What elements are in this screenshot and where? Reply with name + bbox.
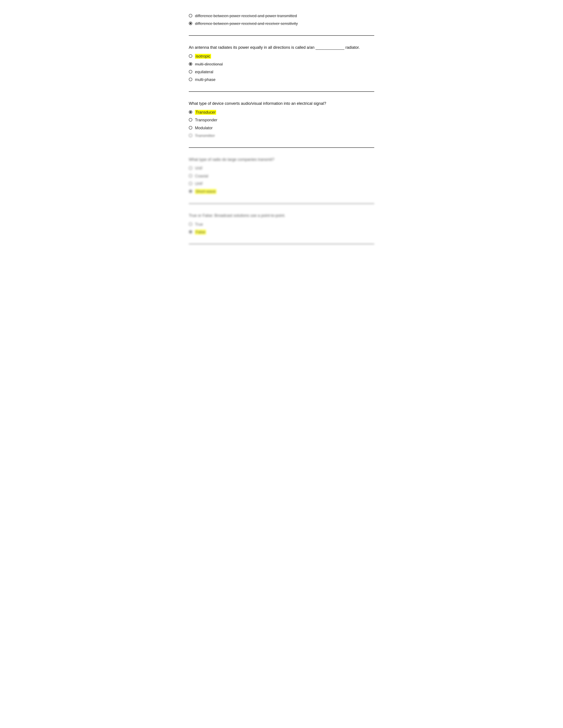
radio-button [189, 174, 192, 178]
radio-button-selected [189, 230, 192, 234]
option-row: isotropic [189, 54, 374, 59]
option-label: Transmitter [195, 133, 215, 139]
option-row: Modulator [189, 125, 374, 131]
highlighted-text: Short-wave [195, 189, 216, 194]
highlighted-text: isotropic [195, 54, 211, 59]
highlighted-text: Transducer [195, 110, 216, 115]
radio-button [189, 134, 192, 137]
question-text: What type of device converts audio/visua… [189, 101, 374, 107]
option-row: True [189, 222, 374, 227]
option-label: False [195, 229, 206, 235]
question-block-3: What type of device converts audio/visua… [189, 101, 374, 148]
option-row: difference between power received and re… [189, 21, 374, 26]
question-text: What type of radio do large companies tr… [189, 157, 374, 163]
option-label: isotropic [195, 54, 211, 59]
radio-button [189, 166, 192, 170]
radio-button[interactable] [189, 78, 192, 81]
option-row: Coaxial [189, 173, 374, 179]
radio-button[interactable] [189, 54, 192, 58]
option-label: Short-wave [195, 189, 216, 194]
question-block-2: An antenna that radiates its power equal… [189, 45, 374, 92]
radio-button-selected[interactable] [189, 22, 192, 25]
option-row: False [189, 229, 374, 235]
radio-button[interactable] [189, 70, 192, 73]
radio-button [189, 222, 192, 226]
option-row: UHF [189, 181, 374, 187]
option-row: multi-phase [189, 77, 374, 83]
radio-button [189, 182, 192, 185]
question-block-5-blurred: True or False: Broadcast solutions use a… [189, 213, 374, 244]
option-label: difference between power received and re… [195, 21, 298, 26]
option-label: difference between power received and po… [195, 13, 297, 19]
option-label: Modulator [195, 125, 212, 131]
option-label: VHF [195, 166, 203, 171]
option-row: multi-directional [189, 62, 374, 67]
option-label: UHF [195, 181, 203, 187]
option-label: multi-phase [195, 77, 215, 83]
question-block-1: difference between power received and po… [189, 13, 374, 36]
option-label: Transducer [195, 110, 216, 115]
radio-button-selected [189, 190, 192, 193]
option-row: VHF [189, 166, 374, 171]
question-block-4-blurred: What type of radio do large companies tr… [189, 157, 374, 204]
radio-button-selected[interactable] [189, 62, 192, 66]
option-row-blurred: Transmitter [189, 133, 374, 139]
question-text: An antenna that radiates its power equal… [189, 45, 374, 51]
option-row: Short-wave [189, 189, 374, 194]
option-label: True [195, 222, 203, 227]
radio-button-selected[interactable] [189, 110, 192, 114]
option-label: Transponder [195, 117, 217, 123]
option-label: Coaxial [195, 173, 208, 179]
option-row: equilateral [189, 69, 374, 75]
radio-button[interactable] [189, 118, 192, 122]
option-row: difference between power received and po… [189, 13, 374, 19]
option-row: Transponder [189, 117, 374, 123]
option-row: Transducer [189, 110, 374, 115]
option-label: equilateral [195, 69, 213, 75]
option-label: multi-directional [195, 62, 223, 67]
radio-button[interactable] [189, 126, 192, 129]
question-text: True or False: Broadcast solutions use a… [189, 213, 374, 219]
radio-button[interactable] [189, 14, 192, 17]
highlighted-text: False [195, 230, 206, 235]
